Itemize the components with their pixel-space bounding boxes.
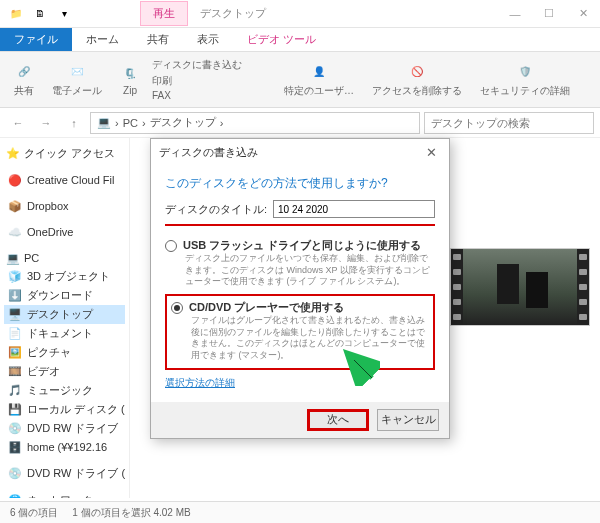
learn-more-link[interactable]: 選択方法の詳細 (165, 370, 235, 394)
sidebar-item-dvdrw[interactable]: 💿DVD RW ドライブ (4, 419, 125, 438)
onedrive-icon: ☁️ (8, 225, 22, 239)
chevron-right-icon: › (115, 117, 119, 129)
breadcrumb[interactable]: 💻 › PC › デスクトップ › (90, 112, 420, 134)
cube-icon: 🧊 (8, 270, 22, 284)
thumbnail-image (463, 249, 577, 325)
remove-access-icon: 🚫 (407, 62, 427, 82)
sidebar-item-network[interactable]: 🌐ネットワーク (4, 491, 125, 498)
tab-home[interactable]: ホーム (72, 28, 133, 51)
sidebar-item-creative[interactable]: 🔴Creative Cloud Fil (4, 171, 125, 189)
quick-access[interactable]: ⭐クイック アクセス (4, 144, 125, 163)
forward-button[interactable]: → (34, 112, 58, 134)
dialog-close-button[interactable]: ✕ (422, 145, 441, 160)
folder-icon: 📁 (8, 6, 24, 22)
window-title: デスクトップ (200, 6, 266, 21)
fax-button[interactable]: FAX (152, 90, 242, 101)
sidebar-item-desktop[interactable]: 🖥️デスクトップ (4, 305, 125, 324)
remove-access-label: アクセスを削除する (372, 84, 462, 98)
doc-icon: 🗎 (32, 6, 48, 22)
titlebar: 📁 🗎 ▾ 再生 デスクトップ — ☐ ✕ (0, 0, 600, 28)
sidebar-item-pictures[interactable]: 🖼️ピクチャ (4, 343, 125, 362)
cancel-button[interactable]: キャンセル (377, 409, 439, 431)
film-sprockets-icon (451, 249, 463, 325)
cloud-icon: 🔴 (8, 173, 22, 187)
sidebar-item-onedrive[interactable]: ☁️OneDrive (4, 223, 125, 241)
option-cddvd-title: CD/DVD プレーヤーで使用する (189, 300, 344, 315)
specific-user-label: 特定のユーザ… (284, 84, 354, 98)
option-cddvd-desc: ファイルはグループ化されて書き込まれるため、書き込み後に個別のファイルを編集した… (171, 315, 429, 362)
network-icon: 🌐 (8, 494, 22, 499)
minimize-button[interactable]: — (498, 0, 532, 28)
remove-access-button[interactable]: 🚫アクセスを削除する (366, 60, 468, 100)
pc-icon: 💻 (6, 251, 20, 265)
print-button[interactable]: 印刷 (152, 74, 242, 88)
sidebar-item-3d[interactable]: 🧊3D オブジェクト (4, 267, 125, 286)
tab-share[interactable]: 共有 (133, 28, 183, 51)
share-label: 共有 (14, 84, 34, 98)
security-label: セキュリティの詳細 (480, 84, 570, 98)
option-cddvd[interactable]: CD/DVD プレーヤーで使用する ファイルはグループ化されて書き込まれるため、… (165, 294, 435, 370)
pc-icon: 💻 (97, 116, 111, 129)
tab-view[interactable]: 表示 (183, 28, 233, 51)
email-button[interactable]: ✉️電子メール (46, 60, 108, 100)
address-bar: ← → ↑ 💻 › PC › デスクトップ › (0, 108, 600, 138)
video-thumbnail[interactable] (450, 248, 590, 326)
share-button[interactable]: 🔗共有 (8, 60, 40, 100)
zip-icon: 🗜️ (120, 63, 140, 83)
search-input[interactable] (424, 112, 594, 134)
up-button[interactable]: ↑ (62, 112, 86, 134)
svg-line-2 (350, 356, 372, 378)
maximize-button[interactable]: ☐ (532, 0, 566, 28)
back-button[interactable]: ← (6, 112, 30, 134)
crumb-pc[interactable]: PC (123, 117, 138, 129)
tab-video-tools[interactable]: ビデオ ツール (233, 28, 330, 51)
ribbon-group-send: ディスクに書き込む 印刷 FAX (152, 58, 242, 101)
disc-icon: 💿 (8, 467, 22, 481)
disc-title-input[interactable] (273, 200, 435, 218)
sidebar-item-home[interactable]: 🗄️home (¥¥192.16 (4, 438, 125, 456)
option-usb[interactable]: USB フラッシュ ドライブと同じように使用する ディスク上のファイルをいつでも… (165, 234, 435, 294)
qat-dropdown-icon[interactable]: ▾ (56, 6, 72, 22)
picture-icon: 🖼️ (8, 346, 22, 360)
status-bar: 6 個の項目 1 個の項目を選択 4.02 MB (0, 501, 600, 523)
sidebar-item-videos[interactable]: 🎞️ビデオ (4, 362, 125, 381)
burn-disc-dialog: ディスクの書き込み ✕ このディスクをどの方法で使用しますか? ディスクのタイト… (150, 138, 450, 439)
option-usb-title: USB フラッシュ ドライブと同じように使用する (183, 238, 421, 253)
dialog-question: このディスクをどの方法で使用しますか? (165, 175, 435, 192)
status-items: 6 個の項目 (10, 506, 58, 520)
sidebar-item-pc[interactable]: 💻PC (4, 249, 125, 267)
ribbon: 🔗共有 ✉️電子メール 🗜️Zip ディスクに書き込む 印刷 FAX 👤特定のユ… (0, 52, 600, 108)
contextual-tab-play[interactable]: 再生 (140, 1, 188, 26)
zip-button[interactable]: 🗜️Zip (114, 61, 146, 98)
sidebar-item-localdisk[interactable]: 💾ローカル ディスク ( (4, 400, 125, 419)
sidebar-item-downloads[interactable]: ⬇️ダウンロード (4, 286, 125, 305)
specific-user-button[interactable]: 👤特定のユーザ… (278, 60, 360, 100)
chevron-right-icon: › (220, 117, 224, 129)
radio-usb[interactable] (165, 240, 177, 252)
desktop-icon: 🖥️ (8, 308, 22, 322)
disc-icon: 💿 (8, 422, 22, 436)
zip-label: Zip (123, 85, 137, 96)
tab-file[interactable]: ファイル (0, 28, 72, 51)
close-button[interactable]: ✕ (566, 0, 600, 28)
dialog-footer: 次へ キャンセル (151, 402, 449, 438)
next-button[interactable]: 次へ (307, 409, 369, 431)
burn-disc-button[interactable]: ディスクに書き込む (152, 58, 242, 72)
quick-access-label: クイック アクセス (24, 146, 115, 161)
option-usb-desc: ディスク上のファイルをいつでも保存、編集、および削除できます。このディスクは W… (165, 253, 435, 288)
radio-cddvd[interactable] (171, 302, 183, 314)
download-icon: ⬇️ (8, 289, 22, 303)
status-selected: 1 個の項目を選択 4.02 MB (72, 506, 190, 520)
netdrive-icon: 🗄️ (8, 440, 22, 454)
document-icon: 📄 (8, 327, 22, 341)
sidebar-item-dropbox[interactable]: 📦Dropbox (4, 197, 125, 215)
dialog-titlebar: ディスクの書き込み ✕ (151, 139, 449, 165)
email-label: 電子メール (52, 84, 102, 98)
sidebar-item-dvdrw2[interactable]: 💿DVD RW ドライブ ( (4, 464, 125, 483)
security-button[interactable]: 🛡️セキュリティの詳細 (474, 60, 576, 100)
film-sprockets-icon (577, 249, 589, 325)
sidebar-item-music[interactable]: 🎵ミュージック (4, 381, 125, 400)
crumb-desktop[interactable]: デスクトップ (150, 115, 216, 130)
dropbox-icon: 📦 (8, 199, 22, 213)
sidebar-item-documents[interactable]: 📄ドキュメント (4, 324, 125, 343)
